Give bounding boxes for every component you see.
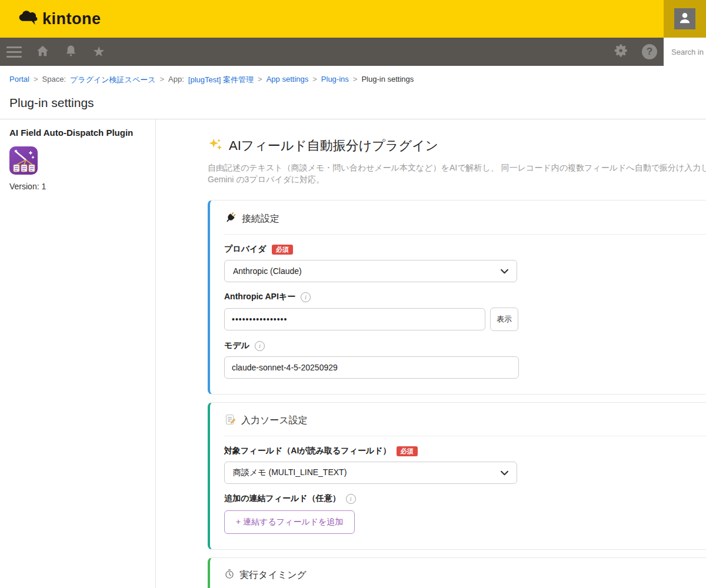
provider-select[interactable]: Anthropic (Claude)	[224, 260, 517, 282]
breadcrumb-current: Plug-in settings	[361, 75, 414, 85]
breadcrumb-plugins[interactable]: Plug-ins	[321, 75, 349, 85]
search-placeholder: Search in	[671, 48, 704, 56]
plugin-sidebar: AI Field Auto-Dispatch Plugin	[0, 119, 156, 588]
required-badge: 必須	[397, 446, 418, 456]
provider-label: プロバイダ	[224, 244, 267, 255]
home-button[interactable]	[28, 38, 56, 66]
kintone-cloud-icon	[18, 9, 39, 29]
api-key-input[interactable]	[224, 308, 485, 330]
bell-icon	[64, 44, 78, 60]
section-title: 接続設定	[242, 213, 279, 225]
section-title: 入力ソース設定	[241, 415, 308, 427]
kintone-logo[interactable]: kintone	[18, 9, 101, 29]
extra-fields-label: 追加の連結フィールド（任意）	[224, 493, 341, 504]
nav-bar: ★ ? Search in	[0, 38, 706, 66]
help-button[interactable]: ?	[635, 38, 664, 66]
sparkles-icon	[208, 137, 223, 155]
settings-button[interactable]	[607, 38, 635, 66]
api-key-label: Anthropic APIキー	[224, 292, 295, 302]
breadcrumb-space-link[interactable]: プラグイン検証スペース	[70, 75, 155, 85]
section-title: 実行タイミング	[239, 569, 307, 582]
home-icon	[35, 44, 50, 61]
clock-icon	[224, 569, 235, 582]
gear-icon	[614, 43, 629, 61]
section-execution-timing: 実行タイミング ボタンを押したとき 推奨	[208, 557, 706, 588]
plugin-description: 自由記述のテキスト（商談メモ・問い合わせメール本文など）をAIで解析し、 同一レ…	[208, 162, 706, 185]
hamburger-menu-button[interactable]	[0, 38, 28, 66]
plug-icon	[224, 211, 237, 226]
target-field-label: 対象フィールド（AIが読み取るフィールド）	[224, 446, 391, 456]
chevron-down-icon	[501, 468, 508, 477]
add-linked-field-button[interactable]: + 連結するフィールドを追加	[224, 510, 355, 534]
section-connection-settings: 接続設定 プロバイダ 必須 Anthropic (Claude) Anthrop…	[208, 200, 706, 395]
target-field-select[interactable]: 商談メモ (MULTI_LINE_TEXT)	[224, 462, 517, 484]
hamburger-icon	[6, 46, 22, 58]
search-input[interactable]: Search in	[664, 38, 706, 66]
top-bar: kintone	[0, 0, 706, 38]
memo-icon	[224, 413, 237, 428]
show-api-key-button[interactable]: 表示	[490, 308, 518, 331]
plugin-settings-form: AIフィールド自動振分けプラグイン 自由記述のテキスト（商談メモ・問い合わせメー…	[156, 119, 706, 588]
star-icon: ★	[92, 45, 105, 59]
breadcrumb-app-settings[interactable]: App settings	[267, 75, 309, 85]
page-title: Plug-in settings	[9, 96, 697, 110]
section-input-source-settings: 入力ソース設定 対象フィールド（AIが読み取るフィールド） 必須 商談メモ (M…	[208, 402, 706, 550]
model-input[interactable]	[224, 356, 519, 379]
info-icon[interactable]: i	[255, 341, 265, 351]
target-field-selected-value: 商談メモ (MULTI_LINE_TEXT)	[233, 467, 347, 478]
plugin-icon	[9, 146, 38, 175]
breadcrumb-app-prefix: App:	[168, 75, 184, 85]
notifications-button[interactable]	[56, 38, 85, 66]
breadcrumb-app-link[interactable]: [plugTest] 案件管理	[188, 75, 254, 85]
favorites-button[interactable]: ★	[85, 38, 113, 66]
info-icon[interactable]: i	[301, 292, 311, 302]
plugin-name: AI Field Auto-Dispatch Plugin	[9, 128, 146, 138]
provider-selected-value: Anthropic (Claude)	[233, 266, 302, 276]
user-menu[interactable]	[664, 0, 706, 38]
breadcrumb-portal[interactable]: Portal	[9, 75, 29, 85]
section-divider	[224, 234, 706, 235]
plugin-version: Version: 1	[9, 182, 146, 191]
breadcrumb-space-prefix: Space:	[42, 75, 66, 85]
breadcrumb: Portal > Space: プラグイン検証スペース > App: [plug…	[0, 66, 706, 85]
plugin-heading: AIフィールド自動振分けプラグイン	[229, 137, 438, 155]
avatar	[674, 8, 695, 29]
chevron-down-icon	[501, 266, 508, 276]
question-icon: ?	[642, 44, 657, 59]
required-badge: 必須	[272, 245, 293, 255]
person-icon	[677, 10, 692, 28]
model-label: モデル	[224, 340, 249, 351]
info-icon[interactable]: i	[346, 494, 356, 504]
section-divider	[224, 436, 706, 436]
kintone-logo-text: kintone	[42, 10, 101, 28]
